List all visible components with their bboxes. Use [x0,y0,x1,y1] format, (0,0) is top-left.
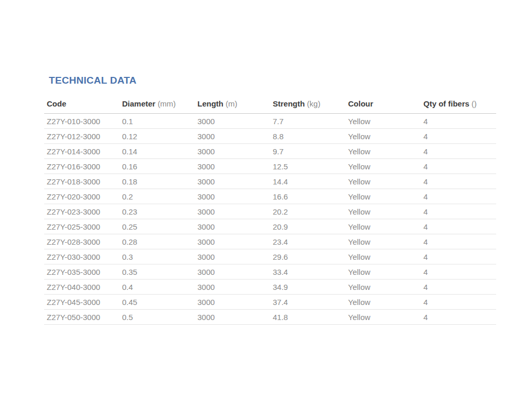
cell-length: 3000 [195,310,270,325]
cell-qty-of-fibers: 4 [421,295,496,310]
cell-strength: 7.7 [270,114,345,129]
cell-qty-of-fibers: 4 [421,264,496,280]
cell-strength: 20.9 [270,219,345,234]
column-unit: (m) [225,99,237,108]
cell-strength: 8.8 [270,129,345,144]
cell-code: Z27Y-016-3000 [44,159,119,174]
cell-code: Z27Y-014-3000 [44,144,119,159]
cell-code: Z27Y-012-3000 [44,129,119,144]
cell-diameter: 0.5 [119,310,195,325]
table-row: Z27Y-010-30000.130007.7Yellow4 [44,114,496,129]
cell-length: 3000 [195,280,270,295]
cell-diameter: 0.25 [119,219,195,234]
column-unit: () [472,99,477,108]
cell-qty-of-fibers: 4 [421,129,496,144]
column-header-qty-of-fibers: Qty of fibers () [421,98,496,114]
cell-code: Z27Y-028-3000 [44,234,119,249]
column-header-diameter: Diameter (mm) [119,98,195,114]
cell-strength: 12.5 [270,159,345,174]
cell-diameter: 0.16 [119,159,195,174]
table-row: Z27Y-018-30000.18300014.4Yellow4 [44,174,496,189]
cell-qty-of-fibers: 4 [421,234,496,249]
cell-code: Z27Y-010-3000 [44,114,119,129]
cell-qty-of-fibers: 4 [421,189,496,204]
cell-code: Z27Y-035-3000 [44,264,119,280]
cell-code: Z27Y-025-3000 [44,219,119,234]
cell-length: 3000 [195,174,270,189]
page-title: TECHNICAL DATA [49,75,532,86]
cell-colour: Yellow [345,189,421,204]
cell-diameter: 0.1 [119,114,195,129]
cell-diameter: 0.4 [119,280,195,295]
cell-code: Z27Y-020-3000 [44,189,119,204]
cell-diameter: 0.3 [119,249,195,264]
cell-code: Z27Y-018-3000 [44,174,119,189]
table-header-row: CodeDiameter (mm)Length (m)Strength (kg)… [44,98,496,114]
cell-colour: Yellow [345,114,421,129]
cell-colour: Yellow [345,204,421,219]
cell-colour: Yellow [345,234,421,249]
cell-qty-of-fibers: 4 [421,280,496,295]
cell-qty-of-fibers: 4 [421,144,496,159]
cell-length: 3000 [195,219,270,234]
cell-length: 3000 [195,234,270,249]
table-row: Z27Y-014-30000.1430009.7Yellow4 [44,144,496,159]
cell-length: 3000 [195,295,270,310]
column-label: Diameter [122,99,155,108]
cell-code: Z27Y-023-3000 [44,204,119,219]
column-label: Strength [273,99,305,108]
technical-data-table: CodeDiameter (mm)Length (m)Strength (kg)… [44,98,496,325]
cell-colour: Yellow [345,144,421,159]
cell-length: 3000 [195,114,270,129]
cell-qty-of-fibers: 4 [421,174,496,189]
column-header-strength: Strength (kg) [270,98,345,114]
column-unit: (mm) [157,99,176,108]
cell-diameter: 0.35 [119,264,195,280]
cell-diameter: 0.14 [119,144,195,159]
cell-code: Z27Y-045-3000 [44,295,119,310]
cell-diameter: 0.23 [119,204,195,219]
cell-qty-of-fibers: 4 [421,249,496,264]
cell-code: Z27Y-040-3000 [44,280,119,295]
column-header-length: Length (m) [195,98,270,114]
cell-diameter: 0.2 [119,189,195,204]
column-unit: (kg) [307,99,321,108]
cell-colour: Yellow [345,249,421,264]
cell-length: 3000 [195,189,270,204]
cell-code: Z27Y-050-3000 [44,310,119,325]
cell-strength: 33.4 [270,264,345,280]
cell-colour: Yellow [345,129,421,144]
column-label: Code [47,99,66,108]
cell-length: 3000 [195,204,270,219]
cell-qty-of-fibers: 4 [421,219,496,234]
cell-colour: Yellow [345,295,421,310]
table-row: Z27Y-050-30000.5300041.8Yellow4 [44,310,496,325]
cell-strength: 16.6 [270,189,345,204]
table-row: Z27Y-023-30000.23300020.2Yellow4 [44,204,496,219]
table-row: Z27Y-016-30000.16300012.5Yellow4 [44,159,496,174]
cell-strength: 34.9 [270,280,345,295]
column-header-code: Code [44,98,119,114]
cell-length: 3000 [195,144,270,159]
page: TECHNICAL DATA CodeDiameter (mm)Length (… [0,0,532,325]
cell-qty-of-fibers: 4 [421,159,496,174]
cell-strength: 37.4 [270,295,345,310]
cell-strength: 14.4 [270,174,345,189]
cell-colour: Yellow [345,264,421,280]
table-row: Z27Y-045-30000.45300037.4Yellow4 [44,295,496,310]
cell-qty-of-fibers: 4 [421,204,496,219]
cell-qty-of-fibers: 4 [421,310,496,325]
cell-colour: Yellow [345,174,421,189]
column-header-colour: Colour [345,98,421,114]
table-row: Z27Y-040-30000.4300034.9Yellow4 [44,280,496,295]
cell-diameter: 0.45 [119,295,195,310]
cell-colour: Yellow [345,159,421,174]
column-label: Colour [348,99,373,108]
column-label: Qty of fibers [423,99,469,108]
table-body: Z27Y-010-30000.130007.7Yellow4Z27Y-012-3… [44,114,496,325]
cell-diameter: 0.28 [119,234,195,249]
table-row: Z27Y-035-30000.35300033.4Yellow4 [44,264,496,280]
cell-length: 3000 [195,129,270,144]
table-row: Z27Y-028-30000.28300023.4Yellow4 [44,234,496,249]
table-row: Z27Y-030-30000.3300029.6Yellow4 [44,249,496,264]
